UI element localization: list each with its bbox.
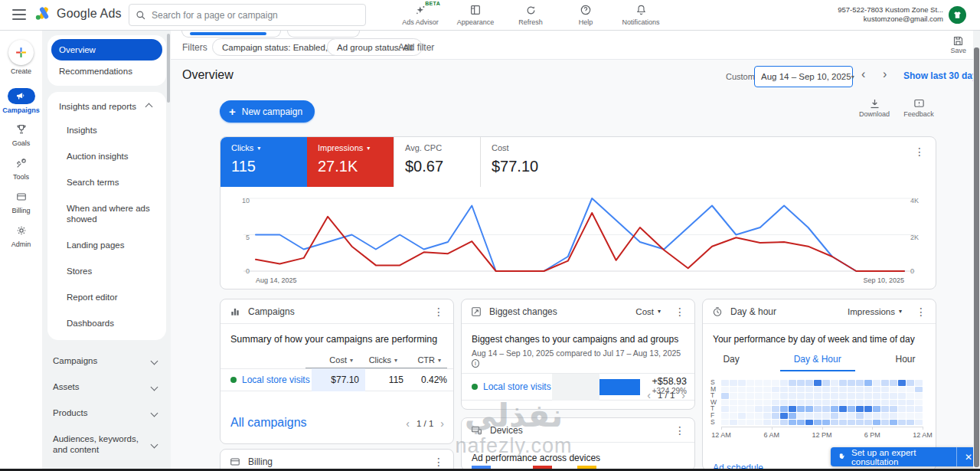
trophy-icon	[8, 121, 35, 137]
billing-card-title: Billing	[248, 456, 426, 467]
topbar-ads-advisor[interactable]: BETAAds Advisor	[399, 2, 442, 26]
campaign-link[interactable]: Local store visits	[242, 375, 312, 385]
heat-cell	[822, 420, 830, 426]
info-icon[interactable]: i	[472, 359, 479, 368]
all-campaigns-link[interactable]: All campaigns	[230, 416, 307, 430]
sidebar-item-recommendations[interactable]: Recommendations	[51, 61, 162, 82]
day-hour-menu[interactable]: ⋮	[916, 306, 926, 317]
heat-cell	[721, 413, 729, 419]
column-header-clicks[interactable]: Clicks▾	[359, 355, 403, 368]
sidebar-item-campaigns[interactable]: Campaigns	[48, 348, 165, 374]
rail-item-goals[interactable]: Goals	[0, 121, 42, 147]
sidebar-item-products[interactable]: Products	[48, 400, 165, 426]
devices-card-menu[interactable]: ⋮	[675, 425, 685, 436]
metric-tile-avg-cpc[interactable]: Avg. CPC$0.67	[394, 137, 480, 187]
biggest-changes-menu[interactable]: ⋮	[675, 306, 685, 317]
overview-card-menu[interactable]: ⋮	[914, 146, 925, 157]
left-rail: Create CampaignsGoalsToolsBillingAdmin	[0, 31, 42, 471]
tab-hour[interactable]: Hour	[896, 354, 916, 371]
sidebar-item-dashboards[interactable]: Dashboards	[51, 310, 162, 336]
performance-line-chart[interactable]: 051002K4KAug 14, 2025Sep 10, 2025	[220, 186, 937, 289]
add-filter-button[interactable]: Add filter	[398, 42, 434, 53]
heat-cell	[780, 413, 788, 419]
app-bar: Google Ads BETAAds AdvisorAppearanceRefr…	[0, 0, 980, 31]
sidebar-item-stores[interactable]: Stores	[51, 258, 162, 284]
sidebar-item-when-and-where-ads-showed[interactable]: When and where ads showed	[51, 195, 162, 232]
sidebar-item-insights[interactable]: Insights	[51, 117, 162, 143]
column-header-ctr[interactable]: CTR▾	[403, 355, 447, 368]
download-button[interactable]: Download	[851, 98, 897, 118]
page-indicator: 1 / 1	[658, 391, 675, 400]
sidebar-group-insights-and-reports[interactable]: Insights and reports	[51, 96, 162, 117]
search-input[interactable]	[152, 10, 359, 21]
save-icon	[950, 35, 966, 47]
date-range-picker[interactable]: Aug 14 – Sep 10, 2025 ▾	[754, 66, 853, 87]
heat-cell	[848, 400, 855, 406]
sidebar-item-search-terms[interactable]: Search terms	[51, 169, 162, 195]
feedback-button[interactable]: Feedback	[896, 98, 942, 118]
topbar-help[interactable]: Help	[564, 2, 607, 26]
heat-cell	[730, 387, 737, 393]
sidebar-item-report-editor[interactable]: Report editor	[51, 284, 162, 310]
heat-cell	[890, 400, 897, 406]
topbar-appearance[interactable]: Appearance	[454, 2, 497, 26]
metric-tile-cost[interactable]: Cost$77.10	[480, 137, 567, 187]
consultation-button[interactable]: Set up an expert consultation	[847, 448, 956, 466]
svg-text:0: 0	[910, 267, 914, 275]
sidebar-item-landing-pages[interactable]: Landing pages	[51, 232, 162, 258]
page-prev-icon[interactable]: ‹	[647, 389, 651, 401]
rail-item-admin[interactable]: Admin	[0, 222, 42, 248]
topbar-refresh[interactable]: Refresh	[509, 2, 552, 26]
rail-item-campaigns[interactable]: Campaigns	[0, 88, 42, 114]
metric-selector[interactable]: Cost▾	[635, 307, 661, 316]
sidebar-item-audiences-keywords-and-content[interactable]: Audiences, keywords, and content	[48, 426, 165, 463]
sidebar-item-auction-insights[interactable]: Auction insights	[51, 143, 162, 169]
sidenav-scrollbar[interactable]	[167, 34, 170, 103]
search-icon	[136, 10, 146, 21]
save-button[interactable]: Save	[950, 35, 966, 54]
heat-cell	[805, 406, 813, 412]
next-period-arrow[interactable]: ›	[883, 67, 887, 81]
day-hour-subtitle: Your performance by day of week and time…	[703, 324, 936, 345]
show-last-30-days-link[interactable]: Show last 30 days	[903, 70, 980, 81]
heat-cell	[730, 393, 737, 399]
heat-cell	[856, 413, 864, 419]
rail-item-tools[interactable]: Tools	[0, 155, 42, 181]
day-hour-heatmap[interactable]	[721, 380, 923, 425]
previous-period-arrow[interactable]: ‹	[861, 67, 865, 81]
heat-cell	[898, 420, 906, 426]
page-scrollbar[interactable]	[973, 31, 980, 471]
heat-cell	[772, 380, 779, 386]
page-next-icon[interactable]: ›	[681, 389, 685, 401]
account-info[interactable]: 957-522-7803 Kustom Zone St... kustomzon…	[798, 5, 943, 24]
metric-tile-impressions[interactable]: Impressions▾27.1K	[307, 137, 394, 187]
metric-selector[interactable]: Impressions▾	[848, 307, 902, 316]
sidebar-item-overview[interactable]: Overview	[51, 39, 162, 61]
card-icon	[8, 188, 35, 204]
sidebar-item-assets[interactable]: Assets	[48, 374, 165, 400]
billing-card-menu[interactable]: ⋮	[433, 456, 444, 467]
heat-cell	[906, 400, 914, 406]
new-campaign-button[interactable]: + New campaign	[220, 100, 315, 123]
rail-item-billing[interactable]: Billing	[0, 188, 42, 214]
global-search[interactable]	[129, 4, 366, 26]
column-header-cost[interactable]: Cost▾	[305, 355, 359, 368]
tab-day-hour[interactable]: Day & Hour	[780, 354, 855, 371]
topbar-notifications[interactable]: Notifications	[619, 2, 662, 26]
tab-day[interactable]: Day	[723, 354, 739, 371]
campaign-link[interactable]: Local store visits	[483, 381, 551, 392]
page-prev-icon[interactable]: ‹	[406, 417, 410, 430]
create-button[interactable]	[8, 40, 34, 65]
heat-cell	[755, 400, 763, 406]
heat-cell	[848, 393, 855, 399]
campaigns-card-menu[interactable]: ⋮	[433, 306, 444, 317]
metric-tile-clicks[interactable]: Clicks▾115	[220, 137, 307, 187]
heat-cell	[746, 413, 754, 419]
avatar[interactable]	[949, 6, 966, 24]
heat-cell	[864, 420, 872, 426]
heat-cell	[797, 400, 805, 406]
menu-icon[interactable]	[12, 9, 26, 20]
heat-cell	[856, 387, 864, 393]
heat-cell	[780, 393, 788, 399]
page-next-icon[interactable]: ›	[440, 417, 444, 430]
